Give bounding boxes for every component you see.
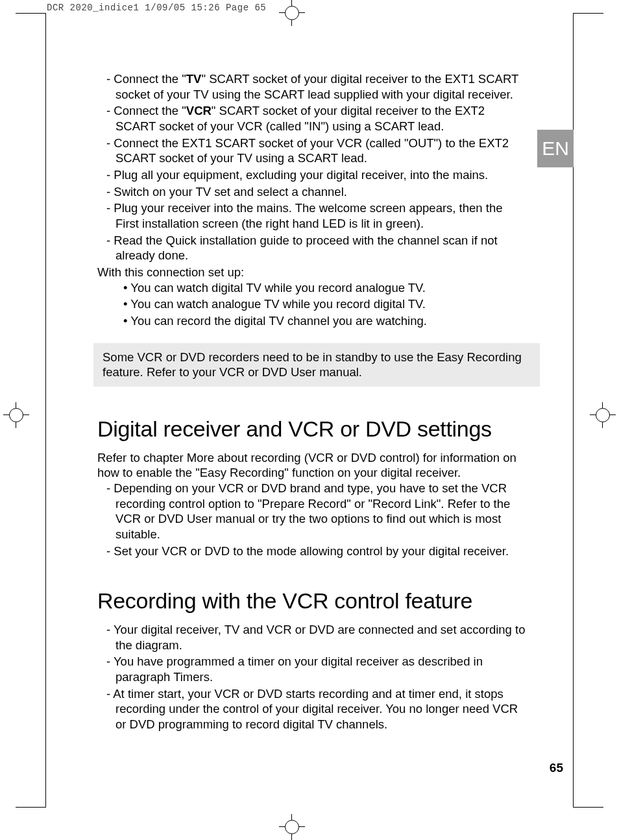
registration-mark [3, 402, 29, 428]
language-tab: EN [537, 130, 574, 167]
text: Connect the " [114, 104, 186, 117]
lead-paragraph: With this connection set up: [97, 265, 526, 280]
bold-text: VCR [186, 104, 212, 117]
capabilities-list: You can watch digital TV while you recor… [119, 280, 526, 329]
note-box: Some VCR or DVD recorders need to be in … [93, 343, 540, 387]
bold-text: TV [186, 72, 202, 86]
list-item: Your digital receiver, TV and VCR or DVD… [97, 622, 526, 653]
settings-list: Depending on your VCR or DVD brand and t… [97, 481, 526, 558]
section-heading: Digital receiver and VCR or DVD settings [97, 415, 526, 444]
crop-mark [574, 13, 603, 14]
list-item: At timer start, your VCR or DVD starts r… [97, 686, 526, 732]
list-item: Connect the EXT1 SCART socket of your VC… [97, 136, 526, 166]
list-item: Set your VCR or DVD to the mode allowing… [97, 544, 526, 559]
list-item: You can watch analogue TV while you reco… [119, 296, 526, 312]
recording-list: Your digital receiver, TV and VCR or DVD… [97, 622, 526, 732]
list-item: You have programmed a timer on your digi… [97, 654, 526, 684]
section-intro: Refer to chapter More about recording (V… [97, 450, 526, 481]
list-item: You can watch digital TV while you recor… [119, 280, 526, 296]
list-item: Plug all your equipment, excluding your … [97, 167, 526, 183]
crop-mark [16, 13, 45, 14]
prepress-slug: DCR 2020_indice1 1/09/05 15:26 Page 65 [47, 3, 266, 13]
registration-mark [279, 814, 305, 840]
crop-mark [16, 807, 45, 808]
list-item: Connect the "TV" SCART socket of your di… [97, 71, 526, 102]
list-item: Depending on your VCR or DVD brand and t… [97, 481, 526, 542]
list-item: Read the Quick installation guide to pro… [97, 233, 526, 263]
crop-mark [45, 13, 46, 808]
section-heading: Recording with the VCR control feature [97, 587, 526, 616]
list-item: You can record the digital TV channel yo… [119, 313, 526, 329]
page-number: 65 [550, 761, 563, 775]
list-item: Connect the "VCR" SCART socket of your d… [97, 103, 526, 134]
registration-mark [590, 402, 616, 428]
crop-mark [574, 807, 603, 808]
text: Connect the " [114, 72, 186, 86]
list-item: Plug your receiver into the mains. The w… [97, 200, 526, 231]
page-content: Connect the "TV" SCART socket of your di… [97, 71, 526, 734]
list-item: Switch on your TV set and select a chann… [97, 184, 526, 200]
registration-mark [279, 0, 305, 26]
connection-steps-list: Connect the "TV" SCART socket of your di… [97, 71, 526, 263]
